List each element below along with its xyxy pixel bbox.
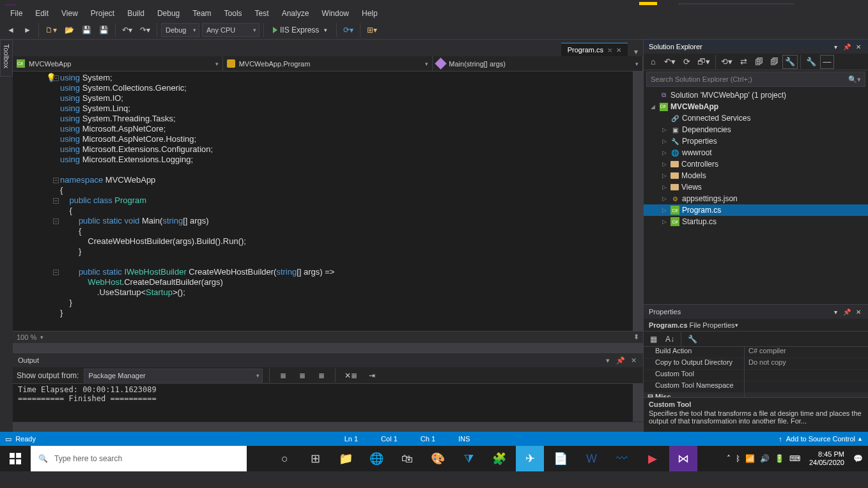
open-icon[interactable]: 📂	[62, 23, 77, 37]
se-collapse-icon[interactable]: ⇄	[736, 55, 750, 69]
alpha-sort-icon[interactable]: A↓	[663, 332, 677, 346]
bluetooth-icon[interactable]: ᛒ	[736, 454, 740, 463]
tree-node[interactable]: ▷Models	[644, 170, 868, 181]
app-icon[interactable]: 🧩	[485, 446, 513, 471]
panel-pin-icon[interactable]: 📌	[842, 309, 851, 316]
start-button[interactable]	[0, 446, 31, 471]
chrome-icon[interactable]: 🌐	[362, 446, 391, 471]
config-dropdown[interactable]: Debug	[161, 23, 199, 37]
se-preview-icon[interactable]: 🔧	[803, 55, 819, 69]
tab-program-cs[interactable]: Program.cs⤫✕	[561, 43, 628, 56]
clear-output-icon[interactable]: ✕≣	[342, 369, 360, 383]
pin-icon[interactable]: ⤫	[607, 47, 612, 54]
panel-dropdown-icon[interactable]: ▾	[603, 356, 612, 365]
undo-icon[interactable]: ↶▾	[120, 23, 135, 37]
output-content[interactable]: Time Elapsed: 00:00:11.1623089 =========…	[13, 384, 633, 422]
prop-wrench-icon[interactable]: 🔧	[685, 332, 700, 346]
tree-node[interactable]: ▷🔧Properties	[644, 135, 868, 147]
tree-node[interactable]: ⧉Solution 'MVCWebApp' (1 project)	[644, 89, 868, 101]
redo-icon[interactable]: ↷▾	[137, 23, 153, 37]
menu-edit[interactable]: Edit	[29, 6, 55, 20]
vscode-icon[interactable]: ⧩	[454, 446, 483, 471]
media-icon[interactable]: ▶	[639, 446, 667, 471]
zoom-level[interactable]: 100 %	[17, 333, 36, 341]
source-control-button[interactable]: Add to Source Control	[786, 435, 855, 443]
menu-test[interactable]: Test	[249, 6, 275, 20]
menu-help[interactable]: Help	[355, 6, 384, 20]
system-tray[interactable]: ˄ ᛒ 📶 🔊 🔋 ⌨ 8:45 PM24/05/2020 💬	[722, 450, 868, 467]
visual-studio-icon[interactable]: ⋈	[669, 446, 697, 471]
tree-node[interactable]: ▷▣Dependencies	[644, 124, 868, 135]
app2-icon[interactable]: 〰	[608, 446, 636, 471]
se-showall-icon[interactable]: 🗐	[752, 55, 766, 69]
panel-pin-icon[interactable]: 📌	[616, 356, 625, 365]
editor-hscrollbar[interactable]	[13, 342, 643, 353]
se-properties-icon[interactable]: 🔧	[782, 55, 798, 69]
panel-close-icon[interactable]: ✕	[854, 43, 863, 50]
panel-close-icon[interactable]: ✕	[854, 309, 863, 316]
panel-dropdown-icon[interactable]: ▾	[831, 309, 840, 316]
nav-back-icon[interactable]: ◄	[4, 23, 18, 37]
categorize-icon[interactable]: ▦	[646, 332, 660, 346]
editor-vscrollbar[interactable]	[633, 72, 643, 331]
save-icon[interactable]: 💾	[79, 23, 94, 37]
se-back-icon[interactable]: ↶▾	[662, 55, 678, 69]
run-button[interactable]: IIS Express▾	[268, 23, 332, 37]
menu-team[interactable]: Team	[186, 6, 217, 20]
tray-expand-icon[interactable]: ˄	[727, 454, 731, 463]
word-icon[interactable]: W	[577, 446, 605, 471]
se-home-icon[interactable]: ⌂	[646, 55, 660, 69]
taskbar-clock[interactable]: 8:45 PM24/05/2020	[805, 450, 848, 467]
tree-node[interactable]: ◢MVCWebApp	[644, 101, 868, 112]
close-tab-icon[interactable]: ✕	[616, 47, 621, 54]
menu-analyze[interactable]: Analyze	[275, 6, 316, 20]
split-icon[interactable]: ⬍	[633, 333, 639, 341]
store-icon[interactable]: 🛍	[393, 446, 421, 471]
taskbar-search-input[interactable]: 🔍Type here to search	[31, 446, 247, 471]
output-hscrollbar[interactable]	[13, 422, 643, 432]
wifi-icon[interactable]: 📶	[745, 454, 755, 463]
output-icon2[interactable]: ≣	[295, 369, 309, 383]
tree-node[interactable]: ▷C#Startup.cs	[644, 216, 868, 227]
nav-fwd-icon[interactable]: ►	[20, 23, 35, 37]
nav-class-dropdown[interactable]: MVCWebApp.Program	[223, 56, 433, 71]
output-source-dropdown[interactable]: Package Manager	[84, 369, 263, 383]
menu-tools[interactable]: Tools	[218, 6, 249, 20]
chevron-down-icon[interactable]: ▾	[735, 322, 738, 328]
toggle-wrap-icon[interactable]: ⇥	[365, 369, 379, 383]
menu-window[interactable]: Window	[315, 6, 355, 20]
menu-file[interactable]: File	[4, 6, 29, 20]
se-view-icon[interactable]: —	[820, 55, 834, 69]
nav-project-dropdown[interactable]: MVCWebApp	[13, 56, 223, 71]
se-refresh-icon[interactable]: ⟲▾	[718, 55, 735, 69]
paint-icon[interactable]: 🎨	[424, 446, 452, 471]
se-filter-icon[interactable]: 🗗▾	[695, 55, 713, 69]
tree-node[interactable]: ▷C#Program.cs	[644, 204, 868, 216]
menu-view[interactable]: View	[55, 6, 84, 20]
toolbox-tab[interactable]: Toolbox	[0, 40, 13, 77]
explorer-icon[interactable]: 📁	[332, 446, 360, 471]
menu-debug[interactable]: Debug	[151, 6, 186, 20]
tree-node[interactable]: ▷Views	[644, 181, 868, 193]
code-editor[interactable]: 💡−−−−− using System;using System.Collect…	[13, 72, 643, 331]
tab-overflow-icon[interactable]: ▾	[634, 47, 638, 56]
notepad-icon[interactable]: 📄	[546, 446, 575, 471]
cortana-icon[interactable]: ○	[270, 446, 298, 471]
output-vscrollbar[interactable]	[633, 384, 643, 422]
browser-refresh-icon[interactable]: ⟳▾	[341, 23, 356, 37]
volume-icon[interactable]: 🔊	[760, 454, 770, 463]
panel-pin-icon[interactable]: 📌	[842, 43, 851, 50]
panel-dropdown-icon[interactable]: ▾	[831, 43, 840, 50]
chevron-up-icon[interactable]: ▲	[857, 436, 863, 442]
battery-icon[interactable]: 🔋	[775, 454, 784, 463]
output-icon1[interactable]: ≣	[276, 369, 290, 383]
save-all-icon[interactable]: 💾	[97, 23, 111, 37]
panel-close-icon[interactable]: ✕	[629, 356, 638, 365]
nav-member-dropdown[interactable]: Main(string[] args)	[433, 56, 643, 71]
publish-icon[interactable]: ↑	[779, 435, 782, 443]
tree-node[interactable]: ▷⚙appsettings.json	[644, 193, 868, 204]
output-icon3[interactable]: ≣	[314, 369, 329, 383]
task-view-icon[interactable]: ⊞	[301, 446, 329, 471]
menu-build[interactable]: Build	[121, 6, 151, 20]
se-copy-icon[interactable]: 🗐	[767, 55, 781, 69]
